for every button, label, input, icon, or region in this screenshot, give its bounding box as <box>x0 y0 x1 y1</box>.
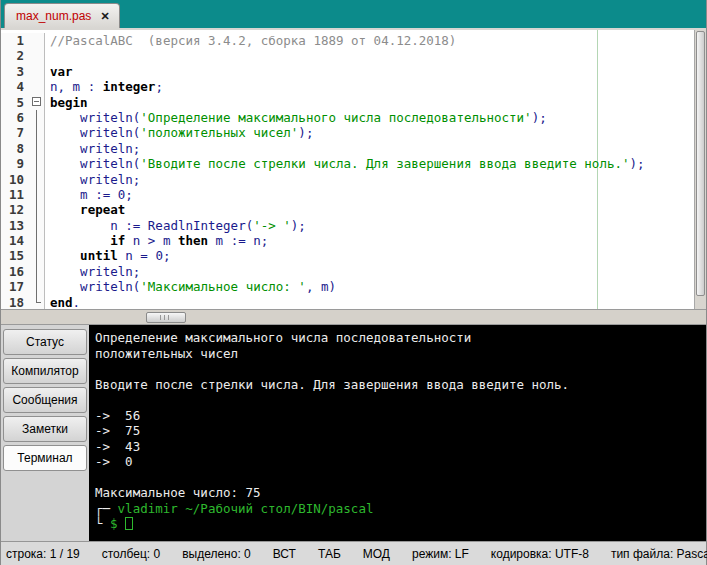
fold-margin <box>28 156 45 171</box>
code-token <box>50 233 110 248</box>
fold-margin <box>28 248 45 263</box>
line-number: 2 <box>1 48 28 63</box>
code-line: 5begin <box>1 95 706 110</box>
statusbar-item-6: режим: LF <box>412 547 480 561</box>
fold-margin <box>28 141 45 156</box>
code-token: ); <box>629 156 644 171</box>
panel-tab-compiler[interactable]: Компилятор <box>3 358 87 384</box>
terminal-line: Определение максимального числа последов… <box>95 330 706 346</box>
code-editor[interactable]: 1//PascalABC (версия 3.4.2, сборка 1889 … <box>1 30 706 309</box>
line-number: 8 <box>1 141 28 156</box>
code-token: var <box>50 64 73 79</box>
terminal-text: $ <box>110 516 125 531</box>
terminal-line: -> 75 <box>95 423 706 439</box>
vertical-scrollbar[interactable] <box>694 30 706 309</box>
code-token: begin <box>50 95 88 110</box>
vertical-scrollbar-thumb[interactable] <box>696 31 705 296</box>
terminal-line: -> 56 <box>95 408 706 424</box>
code-line: 4n, m : integer; <box>1 79 706 94</box>
message-panel: СтатусКомпиляторСообщенияЗаметкиТерминал… <box>1 325 706 541</box>
code-line: 10 writeln; <box>1 172 706 187</box>
terminal-output[interactable]: Определение максимального числа последов… <box>89 325 706 541</box>
line-number: 18 <box>1 295 28 309</box>
code-line: 11 m := 0; <box>1 187 706 202</box>
code-token: writeln; <box>50 172 140 187</box>
code-token: 0 <box>155 248 163 263</box>
fold-guide-line <box>36 233 37 248</box>
code-token: n := ReadlnInteger( <box>50 218 253 233</box>
terminal-text: -> 43 <box>95 439 140 454</box>
terminal-line <box>95 392 706 408</box>
code-token: end <box>50 295 73 309</box>
fold-margin <box>28 125 45 140</box>
fold-guide-line <box>36 218 37 233</box>
statusbar-item-4: ТАБ <box>318 547 352 561</box>
panel-tab-messages[interactable]: Сообщения <box>3 387 87 413</box>
code-text: writeln; <box>45 264 140 279</box>
terminal-text: ┌─ <box>95 501 118 516</box>
terminal-text: -> 56 <box>95 408 140 423</box>
terminal-line: ┌─ vladimir ~/Рабочий стол/BIN/pascal <box>95 501 706 517</box>
code-token <box>50 248 80 263</box>
code-token: if <box>110 233 125 248</box>
fold-margin <box>28 79 45 94</box>
fold-guide-line <box>36 264 37 279</box>
fold-margin <box>28 233 45 248</box>
code-line: 12 repeat <box>1 202 706 217</box>
statusbar-item-8: тип файла: Pascal <box>611 547 707 561</box>
code-lines: 1//PascalABC (версия 3.4.2, сборка 1889 … <box>1 30 706 309</box>
fold-guide-line <box>36 156 37 171</box>
line-number: 7 <box>1 125 28 140</box>
terminal-line <box>95 470 706 486</box>
fold-margin <box>28 95 45 110</box>
code-text: //PascalABC (версия 3.4.2, сборка 1889 о… <box>45 33 456 48</box>
fold-guide-line <box>36 141 37 156</box>
horizontal-scrollbar[interactable] <box>1 309 706 325</box>
code-text: writeln('положительных чисел'); <box>45 125 313 140</box>
code-token: m := <box>50 187 118 202</box>
panel-tab-list: СтатусКомпиляторСообщенияЗаметкиТерминал <box>1 325 89 541</box>
code-line: 18end. <box>1 295 706 309</box>
fold-margin <box>28 48 45 63</box>
terminal-line: положительных чисел <box>95 346 706 362</box>
code-token: ); <box>532 110 547 125</box>
code-line: 15 until n = 0; <box>1 248 706 263</box>
terminal-cursor <box>125 517 133 530</box>
fold-margin <box>28 279 45 294</box>
code-token: //PascalABC (версия 3.4.2, сборка 1889 о… <box>50 33 456 48</box>
code-text: n := ReadlnInteger('-> '); <box>45 218 306 233</box>
code-token: integer <box>103 79 156 94</box>
code-token: m := n; <box>208 233 268 248</box>
code-token: writeln; <box>50 264 140 279</box>
code-text: writeln('Максимальное число: ', m) <box>45 279 336 294</box>
line-number: 13 <box>1 218 28 233</box>
code-text: var <box>45 64 73 79</box>
statusbar-item-2: выделено: 0 <box>182 547 262 561</box>
horizontal-scrollbar-thumb[interactable] <box>146 312 186 323</box>
fold-end-icon <box>36 295 41 303</box>
code-line: 1//PascalABC (версия 3.4.2, сборка 1889 … <box>1 33 706 48</box>
file-tab-max-num-pas[interactable]: max_num.pas ✕ <box>4 3 120 28</box>
code-token: 'Максимальное число: ' <box>140 279 306 294</box>
code-token: writeln( <box>50 110 140 125</box>
terminal-line <box>95 361 706 377</box>
fold-collapse-icon[interactable] <box>32 97 41 106</box>
code-token: n, m : <box>50 79 103 94</box>
fold-guide-line <box>36 125 37 140</box>
status-bar: строка: 1 / 19столбец: 0выделено: 0ВСТТА… <box>1 541 706 565</box>
code-line: 16 writeln; <box>1 264 706 279</box>
terminal-text: -> 0 <box>95 454 133 469</box>
code-text: repeat <box>45 202 125 217</box>
panel-tab-terminal[interactable]: Терминал <box>3 445 87 471</box>
panel-tab-status[interactable]: Статус <box>3 329 87 355</box>
code-token: . <box>73 295 81 309</box>
code-text: end. <box>45 295 80 309</box>
panel-tab-notes[interactable]: Заметки <box>3 416 87 442</box>
code-text: writeln; <box>45 172 140 187</box>
code-line: 2 <box>1 48 706 63</box>
close-icon[interactable]: ✕ <box>100 11 109 22</box>
code-token: until <box>80 248 118 263</box>
fold-margin <box>28 264 45 279</box>
fold-margin <box>28 218 45 233</box>
code-token: ); <box>291 218 306 233</box>
